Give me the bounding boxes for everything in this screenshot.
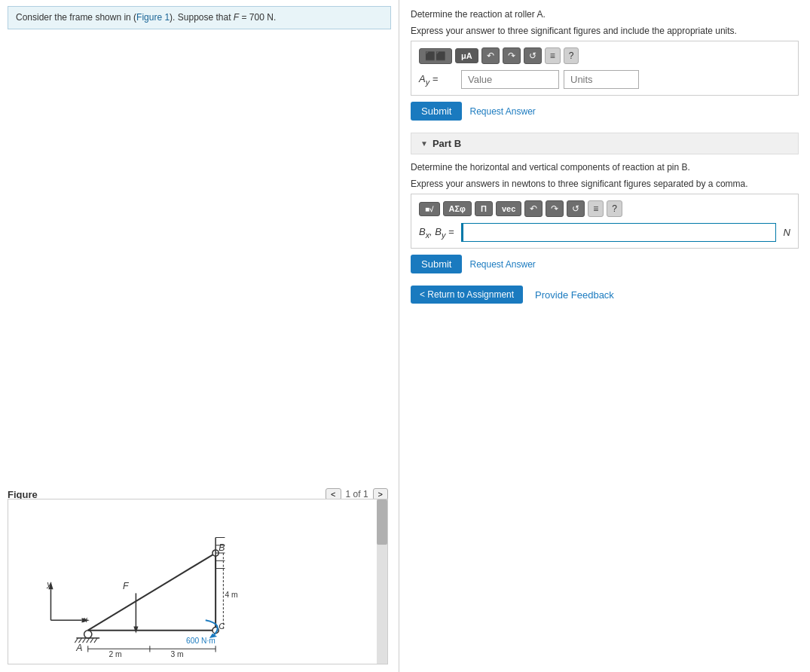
part-b-input-label: Bx, By = [419,226,457,240]
part-a-request-answer-link[interactable]: Request Answer [469,106,535,117]
toolbar-b-redo-btn[interactable]: ↷ [546,200,564,217]
figure-page-label: 1 of 1 [346,489,368,499]
svg-line-10 [87,638,90,643]
part-a-submit-button[interactable]: Submit [411,102,462,121]
svg-point-13 [84,631,92,638]
part-b-actions: Submit Request Answer [411,255,799,273]
svg-line-11 [90,638,93,643]
toolbar-b-pi-btn[interactable]: Π [475,201,493,216]
toolbar-b-matrix-btn[interactable]: ■√ [419,202,440,216]
svg-text:A: A [75,643,82,653]
toolbar-matrix-btn[interactable]: ⬛⬛ [419,48,452,64]
svg-line-9 [83,638,86,643]
toolbar-b-sigma-btn[interactable]: AΣφ [443,201,472,216]
bottom-actions: < Return to Assignment Provide Feedback [411,286,799,304]
figure-scrollbar-thumb[interactable] [377,499,387,545]
figure-diagram: x y A [8,499,387,664]
part-a-answer-box: ⬛⬛ μA ↶ ↷ ↺ ≡ ? Ay = [411,41,799,96]
toolbar-mu-btn[interactable]: μA [455,48,478,63]
svg-line-8 [78,638,81,643]
part-a-input-row: Ay = [419,70,790,89]
toolbar-list-btn[interactable]: ≡ [545,47,561,64]
part-a-actions: Submit Request Answer [411,102,799,121]
svg-text:C: C [219,622,225,631]
part-a-units-input[interactable] [564,70,639,89]
toolbar-refresh-btn[interactable]: ↺ [524,47,542,64]
part-b-value-input[interactable] [461,223,776,242]
toolbar-b-vec-btn[interactable]: vec [496,201,521,216]
svg-text:B: B [219,542,225,553]
problem-statement: Consider the frame shown in (Figure 1). … [8,6,391,29]
toolbar-b-list-btn[interactable]: ≡ [588,200,604,217]
part-a-input-label: Ay = [419,73,457,87]
part-a-section: Determine the reaction at roller A. Expr… [411,8,799,121]
svg-text:3 m: 3 m [171,650,184,658]
toolbar-b-refresh-btn[interactable]: ↺ [567,200,585,217]
part-b-title-bar: ▼ Part B [411,133,799,154]
part-b-answer-box: ■√ AΣφ Π vec ↶ ↷ ↺ ≡ ? Bx, By = N [411,194,799,249]
part-a-value-input[interactable] [461,70,559,89]
return-to-assignment-button[interactable]: < Return to Assignment [411,286,523,304]
svg-text:F: F [123,581,130,591]
svg-text:4 m: 4 m [225,591,237,599]
figure-box: x y A [8,499,388,664]
svg-text:2 m: 2 m [109,650,121,658]
part-b-input-row: Bx, By = N [419,223,790,242]
svg-text:600 N·m: 600 N·m [186,637,215,645]
part-a-instruction2: Express your answer to three significant… [411,24,799,38]
part-b-toolbar: ■√ AΣφ Π vec ↶ ↷ ↺ ≡ ? [419,200,790,217]
svg-line-17 [88,553,215,631]
part-a-toolbar: ⬛⬛ μA ↶ ↷ ↺ ≡ ? [419,47,790,64]
part-b-submit-button[interactable]: Submit [411,255,462,273]
part-b-unit-label: N [784,227,790,238]
part-a-instruction1: Determine the reaction at roller A. [411,8,799,21]
provide-feedback-link[interactable]: Provide Feedback [535,289,614,301]
svg-line-7 [75,638,78,643]
part-b-section: ▼ Part B Determine the horizontal and ve… [411,133,799,273]
toolbar-b-help-btn[interactable]: ? [607,200,622,217]
part-b-collapse-icon[interactable]: ▼ [420,139,428,148]
part-b-instruction1: Determine the horizontal and vertical co… [411,160,799,174]
part-b-request-answer-link[interactable]: Request Answer [469,259,535,270]
svg-line-12 [94,638,97,643]
figure-scrollbar[interactable] [377,499,387,664]
toolbar-undo-btn[interactable]: ↶ [481,47,500,64]
toolbar-redo-btn[interactable]: ↷ [503,47,521,64]
part-b-title: Part B [433,138,461,149]
toolbar-help-btn[interactable]: ? [564,47,579,64]
figure-link[interactable]: Figure 1 [136,12,170,23]
part-b-instruction2: Express your answers in newtons to three… [411,177,799,191]
toolbar-b-undo-btn[interactable]: ↶ [524,200,543,217]
